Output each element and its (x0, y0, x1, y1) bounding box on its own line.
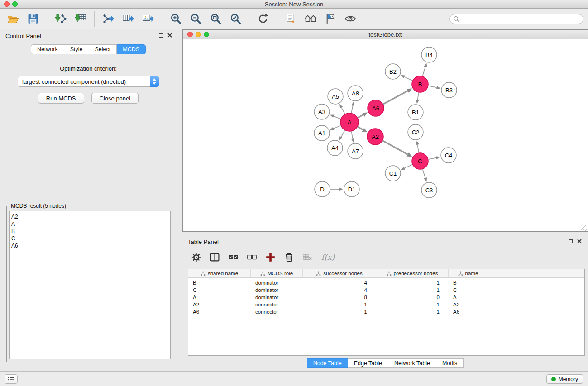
graph-edge-D-D1[interactable] (330, 187, 343, 191)
graph-node-A7[interactable]: A7 (348, 143, 363, 159)
column-header-predecessor-nodes[interactable]: predecessor nodes (376, 269, 449, 277)
table-cell[interactable]: 4 (303, 287, 376, 293)
table-row[interactable]: Adominator80A (188, 294, 584, 301)
column-header-shared-name[interactable]: shared name (188, 269, 251, 277)
network-close-button[interactable] (187, 32, 193, 37)
search-input[interactable] (449, 14, 583, 24)
show-hide-details-button[interactable] (342, 11, 359, 27)
table-cell[interactable]: connector (251, 302, 303, 307)
add-column-button[interactable] (266, 253, 275, 262)
mcds-result-item[interactable]: A (11, 220, 170, 228)
table-cell[interactable]: dominator (251, 280, 303, 286)
tab-mcds[interactable]: MCDS (117, 44, 146, 54)
graph-node-A4[interactable]: A4 (327, 140, 343, 156)
split-panel-button[interactable] (210, 253, 220, 262)
graph-node-D[interactable]: D (315, 181, 330, 197)
tab-style[interactable]: Style (64, 44, 89, 54)
graph-node-A5[interactable]: A5 (328, 89, 343, 104)
graph-node-C1[interactable]: C1 (385, 166, 401, 181)
graph-edge-B-B1[interactable] (416, 93, 419, 104)
graph-edge-A-A4[interactable] (339, 130, 344, 140)
column-header-successor-nodes[interactable]: successor nodes (303, 269, 376, 277)
table-cell[interactable]: C (188, 287, 251, 293)
open-recent-button[interactable] (282, 11, 299, 27)
table-row[interactable]: A2connector11A2 (188, 301, 584, 308)
table-cell[interactable]: B (188, 280, 251, 286)
zoom-window-button[interactable] (12, 1, 18, 7)
table-cell[interactable]: 1 (303, 309, 376, 315)
zoom-out-button[interactable] (187, 11, 204, 27)
graph-edge-C-C2[interactable] (416, 141, 419, 152)
delete-column-button[interactable] (284, 253, 294, 262)
graph-edge-A-A2[interactable] (358, 127, 367, 132)
table-cell[interactable]: A6 (188, 309, 251, 315)
graph-edge-A2-C[interactable] (383, 141, 412, 157)
tab-network[interactable]: Network (31, 44, 64, 54)
tab-select[interactable]: Select (89, 44, 117, 54)
table-cell[interactable]: B (449, 280, 488, 286)
close-panel-icon[interactable] (167, 33, 172, 38)
graph-edge-A-A1[interactable] (330, 126, 341, 130)
column-header-mcds-role[interactable]: MCDS role (251, 269, 303, 277)
graph-node-C4[interactable]: C4 (441, 148, 456, 163)
export-table-button[interactable] (120, 11, 137, 27)
mcds-result-item[interactable]: A6 (11, 242, 170, 249)
table-cell[interactable]: 0 (376, 295, 449, 300)
table-cell[interactable]: 1 (376, 302, 449, 307)
graph-node-A2[interactable]: A2 (367, 129, 383, 145)
table-cell[interactable]: A (449, 295, 488, 300)
close-table-panel-icon[interactable] (577, 239, 582, 243)
zoom-in-button[interactable] (167, 11, 184, 27)
settings-button[interactable] (191, 253, 201, 262)
graph-node-C[interactable]: C (412, 153, 428, 169)
import-network-button[interactable] (52, 11, 69, 27)
graph-edge-C-C3[interactable] (423, 169, 427, 182)
graph-edge-B-B3[interactable] (429, 86, 441, 89)
table-cell[interactable]: 8 (303, 295, 376, 300)
export-image-button[interactable] (139, 11, 157, 27)
run-mcds-button[interactable]: Run MCDS (38, 93, 84, 104)
float-table-panel-icon[interactable] (569, 239, 573, 243)
column-header-name[interactable]: name (449, 269, 488, 277)
table-cell[interactable]: connector (251, 309, 303, 315)
graph-node-A8[interactable]: A8 (348, 86, 363, 101)
table-cell[interactable]: A6 (449, 309, 488, 315)
zoom-fit-button[interactable] (207, 11, 224, 27)
mcds-result-item[interactable]: C (11, 235, 170, 242)
float-panel-icon[interactable] (159, 33, 163, 38)
graph-edge-A-A8[interactable] (351, 102, 354, 113)
table-cell[interactable]: A (188, 295, 251, 300)
graph-node-A[interactable]: A (340, 113, 359, 131)
table-cell[interactable]: 1 (376, 287, 449, 293)
network-minimize-button[interactable] (196, 32, 201, 37)
table-cell[interactable]: 1 (376, 280, 449, 286)
open-session-button[interactable] (5, 11, 22, 27)
table-row[interactable]: Bdominator41B (188, 279, 584, 286)
tab-edge-table[interactable]: Edge Table (348, 358, 388, 368)
graph-edge-A-A3[interactable] (330, 115, 341, 119)
graph-node-B2[interactable]: B2 (385, 64, 401, 79)
mcds-result-list[interactable]: A2ABCA6 (9, 211, 171, 359)
graph-node-B4[interactable]: B4 (421, 47, 437, 62)
tab-node-table[interactable]: Node Table (307, 358, 348, 368)
graph-node-A3[interactable]: A3 (314, 104, 330, 119)
refresh-layout-button[interactable] (254, 11, 272, 27)
table-cell[interactable]: 1 (376, 309, 449, 315)
graph-edge-A-A5[interactable] (339, 104, 345, 114)
mcds-result-item[interactable]: A2 (11, 213, 170, 220)
tab-motifs[interactable]: Motifs (436, 358, 464, 368)
graph-node-A1[interactable]: A1 (314, 125, 330, 141)
select-all-button[interactable] (229, 253, 238, 262)
graph-edge-A6-B[interactable] (383, 89, 412, 104)
memory-button[interactable]: Memory (546, 374, 583, 384)
graph-edge-B-B2[interactable] (401, 75, 412, 81)
save-session-button[interactable] (24, 11, 42, 27)
graph-node-B1[interactable]: B1 (408, 105, 423, 120)
zoom-selected-button[interactable] (227, 11, 244, 27)
table-cell[interactable]: dominator (251, 295, 303, 300)
table-cell[interactable]: 1 (303, 302, 376, 307)
first-neighbors-button[interactable] (302, 11, 319, 27)
function-builder-button[interactable]: f(x) (321, 253, 335, 262)
graph-edge-B-B4[interactable] (423, 63, 427, 76)
table-cell[interactable]: dominator (251, 287, 303, 293)
